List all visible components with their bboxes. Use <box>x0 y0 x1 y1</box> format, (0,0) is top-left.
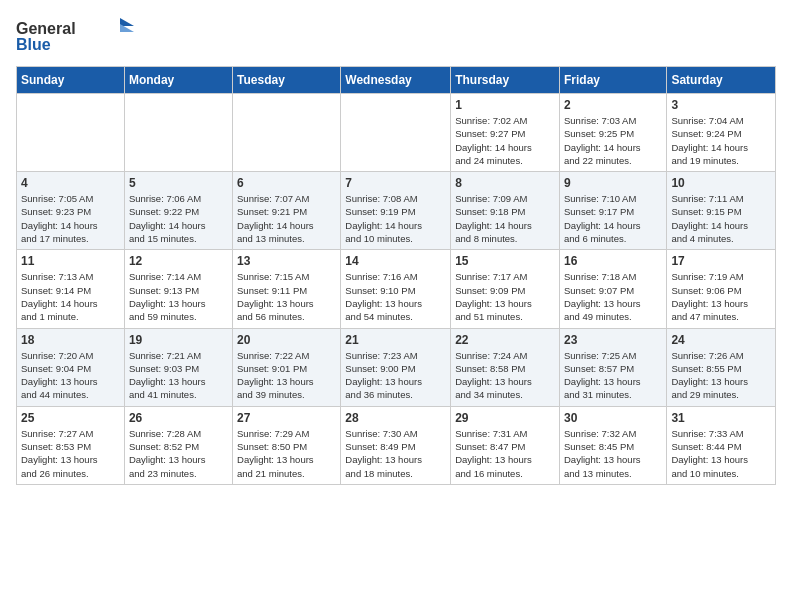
day-info: Sunrise: 7:31 AM Sunset: 8:47 PM Dayligh… <box>455 427 555 480</box>
calendar-cell: 12Sunrise: 7:14 AM Sunset: 9:13 PM Dayli… <box>124 250 232 328</box>
day-info: Sunrise: 7:21 AM Sunset: 9:03 PM Dayligh… <box>129 349 228 402</box>
day-number: 15 <box>455 254 555 268</box>
day-info: Sunrise: 7:17 AM Sunset: 9:09 PM Dayligh… <box>455 270 555 323</box>
day-number: 27 <box>237 411 336 425</box>
day-number: 25 <box>21 411 120 425</box>
day-number: 7 <box>345 176 446 190</box>
day-info: Sunrise: 7:07 AM Sunset: 9:21 PM Dayligh… <box>237 192 336 245</box>
calendar-cell: 27Sunrise: 7:29 AM Sunset: 8:50 PM Dayli… <box>233 406 341 484</box>
day-info: Sunrise: 7:06 AM Sunset: 9:22 PM Dayligh… <box>129 192 228 245</box>
day-info: Sunrise: 7:29 AM Sunset: 8:50 PM Dayligh… <box>237 427 336 480</box>
weekday-header-saturday: Saturday <box>667 67 776 94</box>
day-number: 13 <box>237 254 336 268</box>
day-number: 9 <box>564 176 662 190</box>
day-number: 14 <box>345 254 446 268</box>
calendar-cell <box>124 94 232 172</box>
calendar-cell: 5Sunrise: 7:06 AM Sunset: 9:22 PM Daylig… <box>124 172 232 250</box>
calendar-week-row: 11Sunrise: 7:13 AM Sunset: 9:14 PM Dayli… <box>17 250 776 328</box>
day-info: Sunrise: 7:13 AM Sunset: 9:14 PM Dayligh… <box>21 270 120 323</box>
calendar-cell <box>17 94 125 172</box>
day-number: 3 <box>671 98 771 112</box>
calendar-week-row: 25Sunrise: 7:27 AM Sunset: 8:53 PM Dayli… <box>17 406 776 484</box>
day-number: 2 <box>564 98 662 112</box>
day-number: 21 <box>345 333 446 347</box>
svg-marker-1 <box>120 18 134 26</box>
day-number: 26 <box>129 411 228 425</box>
day-number: 5 <box>129 176 228 190</box>
calendar-cell: 8Sunrise: 7:09 AM Sunset: 9:18 PM Daylig… <box>451 172 560 250</box>
day-info: Sunrise: 7:03 AM Sunset: 9:25 PM Dayligh… <box>564 114 662 167</box>
weekday-header-row: SundayMondayTuesdayWednesdayThursdayFrid… <box>17 67 776 94</box>
calendar-cell: 7Sunrise: 7:08 AM Sunset: 9:19 PM Daylig… <box>341 172 451 250</box>
day-number: 28 <box>345 411 446 425</box>
calendar-cell: 19Sunrise: 7:21 AM Sunset: 9:03 PM Dayli… <box>124 328 232 406</box>
day-number: 11 <box>21 254 120 268</box>
calendar-week-row: 1Sunrise: 7:02 AM Sunset: 9:27 PM Daylig… <box>17 94 776 172</box>
day-info: Sunrise: 7:05 AM Sunset: 9:23 PM Dayligh… <box>21 192 120 245</box>
calendar-cell: 22Sunrise: 7:24 AM Sunset: 8:58 PM Dayli… <box>451 328 560 406</box>
calendar-cell: 26Sunrise: 7:28 AM Sunset: 8:52 PM Dayli… <box>124 406 232 484</box>
day-number: 24 <box>671 333 771 347</box>
calendar-cell: 31Sunrise: 7:33 AM Sunset: 8:44 PM Dayli… <box>667 406 776 484</box>
calendar-cell: 24Sunrise: 7:26 AM Sunset: 8:55 PM Dayli… <box>667 328 776 406</box>
day-info: Sunrise: 7:23 AM Sunset: 9:00 PM Dayligh… <box>345 349 446 402</box>
day-info: Sunrise: 7:26 AM Sunset: 8:55 PM Dayligh… <box>671 349 771 402</box>
day-info: Sunrise: 7:20 AM Sunset: 9:04 PM Dayligh… <box>21 349 120 402</box>
calendar-cell: 30Sunrise: 7:32 AM Sunset: 8:45 PM Dayli… <box>559 406 666 484</box>
day-info: Sunrise: 7:15 AM Sunset: 9:11 PM Dayligh… <box>237 270 336 323</box>
calendar-cell: 21Sunrise: 7:23 AM Sunset: 9:00 PM Dayli… <box>341 328 451 406</box>
day-number: 30 <box>564 411 662 425</box>
day-info: Sunrise: 7:24 AM Sunset: 8:58 PM Dayligh… <box>455 349 555 402</box>
day-number: 18 <box>21 333 120 347</box>
day-info: Sunrise: 7:10 AM Sunset: 9:17 PM Dayligh… <box>564 192 662 245</box>
day-number: 16 <box>564 254 662 268</box>
calendar-cell: 29Sunrise: 7:31 AM Sunset: 8:47 PM Dayli… <box>451 406 560 484</box>
day-number: 29 <box>455 411 555 425</box>
day-number: 23 <box>564 333 662 347</box>
day-number: 20 <box>237 333 336 347</box>
calendar-week-row: 18Sunrise: 7:20 AM Sunset: 9:04 PM Dayli… <box>17 328 776 406</box>
day-info: Sunrise: 7:11 AM Sunset: 9:15 PM Dayligh… <box>671 192 771 245</box>
day-number: 10 <box>671 176 771 190</box>
day-info: Sunrise: 7:14 AM Sunset: 9:13 PM Dayligh… <box>129 270 228 323</box>
day-info: Sunrise: 7:02 AM Sunset: 9:27 PM Dayligh… <box>455 114 555 167</box>
svg-text:Blue: Blue <box>16 36 51 53</box>
calendar-cell: 14Sunrise: 7:16 AM Sunset: 9:10 PM Dayli… <box>341 250 451 328</box>
calendar-cell: 17Sunrise: 7:19 AM Sunset: 9:06 PM Dayli… <box>667 250 776 328</box>
calendar-table: SundayMondayTuesdayWednesdayThursdayFrid… <box>16 66 776 485</box>
calendar-week-row: 4Sunrise: 7:05 AM Sunset: 9:23 PM Daylig… <box>17 172 776 250</box>
day-info: Sunrise: 7:33 AM Sunset: 8:44 PM Dayligh… <box>671 427 771 480</box>
calendar-cell: 13Sunrise: 7:15 AM Sunset: 9:11 PM Dayli… <box>233 250 341 328</box>
calendar-cell: 10Sunrise: 7:11 AM Sunset: 9:15 PM Dayli… <box>667 172 776 250</box>
day-info: Sunrise: 7:04 AM Sunset: 9:24 PM Dayligh… <box>671 114 771 167</box>
calendar-cell: 2Sunrise: 7:03 AM Sunset: 9:25 PM Daylig… <box>559 94 666 172</box>
calendar-cell: 3Sunrise: 7:04 AM Sunset: 9:24 PM Daylig… <box>667 94 776 172</box>
day-info: Sunrise: 7:28 AM Sunset: 8:52 PM Dayligh… <box>129 427 228 480</box>
calendar-cell: 28Sunrise: 7:30 AM Sunset: 8:49 PM Dayli… <box>341 406 451 484</box>
day-info: Sunrise: 7:09 AM Sunset: 9:18 PM Dayligh… <box>455 192 555 245</box>
day-info: Sunrise: 7:30 AM Sunset: 8:49 PM Dayligh… <box>345 427 446 480</box>
calendar-cell: 11Sunrise: 7:13 AM Sunset: 9:14 PM Dayli… <box>17 250 125 328</box>
calendar-cell: 16Sunrise: 7:18 AM Sunset: 9:07 PM Dayli… <box>559 250 666 328</box>
day-number: 6 <box>237 176 336 190</box>
calendar-cell: 9Sunrise: 7:10 AM Sunset: 9:17 PM Daylig… <box>559 172 666 250</box>
calendar-cell: 15Sunrise: 7:17 AM Sunset: 9:09 PM Dayli… <box>451 250 560 328</box>
weekday-header-sunday: Sunday <box>17 67 125 94</box>
calendar-cell: 23Sunrise: 7:25 AM Sunset: 8:57 PM Dayli… <box>559 328 666 406</box>
day-info: Sunrise: 7:08 AM Sunset: 9:19 PM Dayligh… <box>345 192 446 245</box>
day-info: Sunrise: 7:16 AM Sunset: 9:10 PM Dayligh… <box>345 270 446 323</box>
weekday-header-tuesday: Tuesday <box>233 67 341 94</box>
header: GeneralBlue <box>16 16 776 56</box>
weekday-header-friday: Friday <box>559 67 666 94</box>
weekday-header-thursday: Thursday <box>451 67 560 94</box>
calendar-cell: 20Sunrise: 7:22 AM Sunset: 9:01 PM Dayli… <box>233 328 341 406</box>
logo-svg: GeneralBlue <box>16 16 146 56</box>
day-info: Sunrise: 7:27 AM Sunset: 8:53 PM Dayligh… <box>21 427 120 480</box>
day-info: Sunrise: 7:18 AM Sunset: 9:07 PM Dayligh… <box>564 270 662 323</box>
calendar-cell: 6Sunrise: 7:07 AM Sunset: 9:21 PM Daylig… <box>233 172 341 250</box>
calendar-cell: 4Sunrise: 7:05 AM Sunset: 9:23 PM Daylig… <box>17 172 125 250</box>
calendar-cell: 25Sunrise: 7:27 AM Sunset: 8:53 PM Dayli… <box>17 406 125 484</box>
svg-text:General: General <box>16 20 76 37</box>
calendar-cell: 1Sunrise: 7:02 AM Sunset: 9:27 PM Daylig… <box>451 94 560 172</box>
day-info: Sunrise: 7:19 AM Sunset: 9:06 PM Dayligh… <box>671 270 771 323</box>
